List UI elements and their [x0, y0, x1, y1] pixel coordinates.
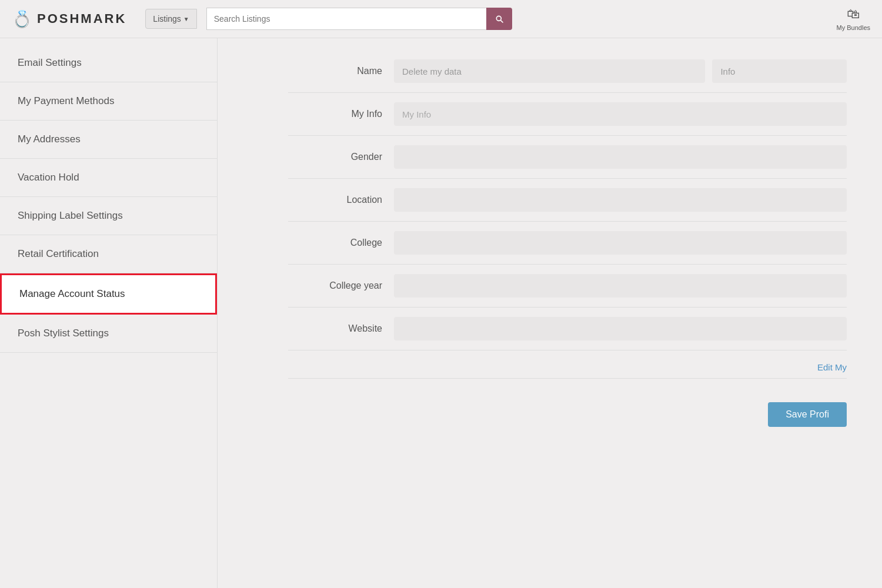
- poshmark-logo-icon: 💍: [12, 9, 32, 29]
- sidebar-item-shipping-label-settings[interactable]: Shipping Label Settings: [0, 197, 217, 235]
- shopping-bag-icon: 🛍: [847, 6, 860, 22]
- sidebar: Email Settings My Payment Methods My Add…: [0, 38, 218, 588]
- search-icon: [495, 14, 504, 24]
- sidebar-item-label: My Payment Methods: [18, 95, 114, 106]
- sidebar-item-email-settings[interactable]: Email Settings: [0, 44, 217, 82]
- location-input[interactable]: [394, 188, 847, 212]
- listings-label: Listings: [153, 14, 181, 24]
- name-info-input[interactable]: [712, 59, 847, 83]
- page-layout: Email Settings My Payment Methods My Add…: [0, 38, 882, 588]
- location-label: Location: [288, 195, 382, 205]
- save-button-row: Save Profi: [288, 390, 847, 427]
- search-wrapper: [206, 8, 512, 30]
- college-year-input[interactable]: [394, 274, 847, 298]
- top-navigation: 💍 POSHMARK Listings ▼ 🛍 My Bundles: [0, 0, 882, 38]
- main-content: Name My Info Gender Location: [218, 38, 882, 588]
- sidebar-item-label: Retail Certification: [18, 248, 99, 259]
- sidebar-item-label: Posh Stylist Settings: [18, 328, 109, 339]
- form-actions-row: Edit My: [288, 350, 847, 379]
- sidebar-item-retail-certification[interactable]: Retail Certification: [0, 235, 217, 273]
- sidebar-item-label: Vacation Hold: [18, 172, 79, 183]
- gender-label: Gender: [288, 152, 382, 162]
- college-year-label: College year: [288, 280, 382, 291]
- search-button[interactable]: [486, 8, 512, 30]
- sidebar-item-label: Manage Account Status: [19, 288, 125, 299]
- logo-area[interactable]: 💍 POSHMARK: [12, 9, 126, 29]
- my-info-form-row: My Info: [288, 93, 847, 136]
- edit-my-link[interactable]: Edit My: [817, 362, 847, 372]
- gender-input[interactable]: [394, 145, 847, 169]
- name-form-row: Name: [288, 50, 847, 93]
- sidebar-item-manage-account-status[interactable]: Manage Account Status: [0, 273, 217, 315]
- my-bundles-button[interactable]: 🛍 My Bundles: [837, 6, 870, 31]
- listings-dropdown-button[interactable]: Listings ▼: [145, 9, 196, 29]
- logo-text: POSHMARK: [37, 11, 126, 26]
- sidebar-item-my-payment-methods[interactable]: My Payment Methods: [0, 82, 217, 121]
- gender-form-row: Gender: [288, 136, 847, 179]
- college-label: College: [288, 238, 382, 248]
- listings-chevron-icon: ▼: [183, 16, 189, 22]
- sidebar-item-label: Shipping Label Settings: [18, 210, 123, 221]
- sidebar-item-label: Email Settings: [18, 57, 82, 68]
- college-year-form-row: College year: [288, 265, 847, 308]
- sidebar-item-vacation-hold[interactable]: Vacation Hold: [0, 159, 217, 197]
- my-info-label: My Info: [288, 109, 382, 119]
- my-bundles-label: My Bundles: [837, 24, 870, 31]
- search-input[interactable]: [206, 8, 486, 30]
- sidebar-item-label: My Addresses: [18, 133, 81, 145]
- name-first-input[interactable]: [394, 59, 705, 83]
- website-input[interactable]: [394, 317, 847, 340]
- name-inputs-group: [394, 59, 847, 83]
- website-form-row: Website: [288, 308, 847, 350]
- sidebar-item-my-addresses[interactable]: My Addresses: [0, 121, 217, 159]
- college-form-row: College: [288, 222, 847, 265]
- form-container: Name My Info Gender Location: [218, 38, 882, 588]
- my-info-input[interactable]: [394, 102, 847, 126]
- name-label: Name: [288, 66, 382, 76]
- location-form-row: Location: [288, 179, 847, 222]
- sidebar-item-posh-stylist-settings[interactable]: Posh Stylist Settings: [0, 315, 217, 353]
- save-profile-button[interactable]: Save Profi: [768, 402, 847, 427]
- college-input[interactable]: [394, 231, 847, 255]
- website-label: Website: [288, 323, 382, 334]
